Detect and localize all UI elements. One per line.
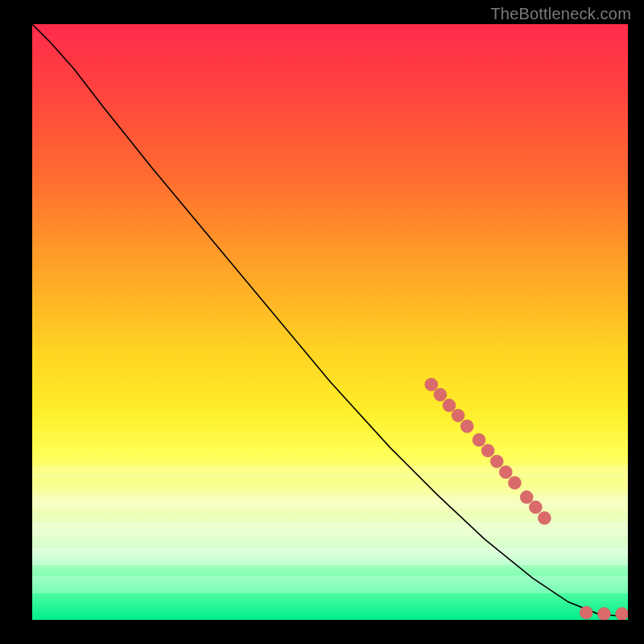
data-marker [580, 606, 592, 619]
marker-group [425, 378, 628, 620]
data-marker [538, 512, 551, 525]
data-marker [443, 399, 456, 412]
watermark-label: TheBottleneck.com [490, 5, 631, 23]
data-marker [425, 378, 438, 391]
data-marker [452, 409, 464, 422]
data-marker [460, 420, 473, 433]
data-marker [616, 608, 628, 620]
data-marker [597, 608, 610, 620]
data-marker [434, 388, 447, 401]
main-curve [32, 24, 628, 617]
data-marker [520, 491, 533, 504]
data-marker [499, 466, 512, 479]
data-marker [490, 455, 503, 468]
data-marker [473, 434, 485, 447]
plot-area [32, 24, 628, 620]
data-marker [481, 444, 494, 457]
data-marker [508, 477, 521, 489]
data-marker [529, 501, 542, 514]
chart-frame: TheBottleneck.com [0, 0, 644, 644]
chart-overlay [32, 24, 628, 620]
